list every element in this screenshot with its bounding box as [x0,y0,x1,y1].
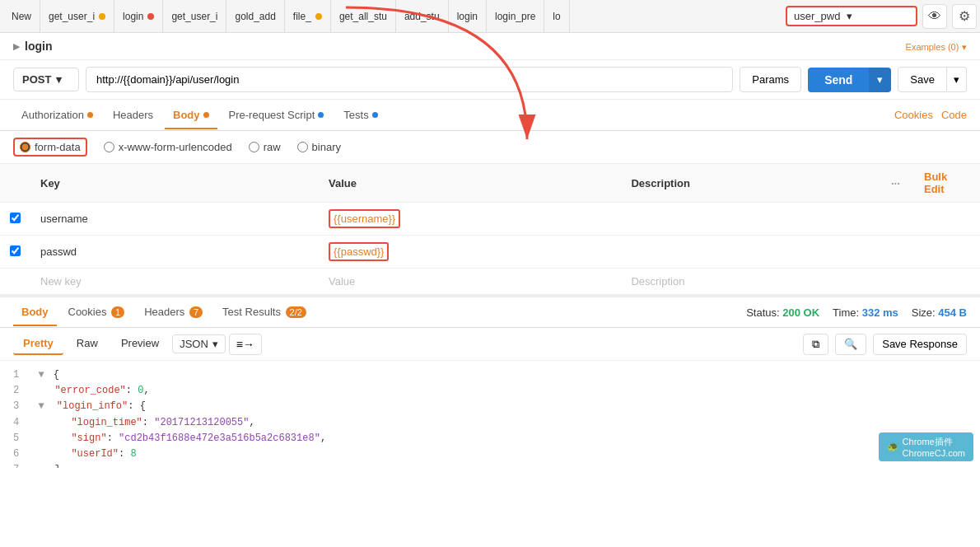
method-selector[interactable]: POST ▾ [13,68,79,91]
copy-icon: ⧉ [812,338,819,350]
urlencoded-radio[interactable] [104,142,114,152]
col-more: ··· [881,164,914,203]
code-link[interactable]: Code [941,109,967,121]
tab-login-1[interactable]: login [114,0,163,32]
new-value-cell[interactable]: Value [319,269,621,295]
urlencoded-option[interactable]: x-www-form-urlencoded [104,141,232,153]
viewer-tab-raw[interactable]: Raw [67,333,108,355]
tab-body-label: Body [173,109,200,121]
examples-link[interactable]: Examples (0) ▾ [906,40,967,53]
tab-new[interactable]: New [3,0,40,32]
binary-radio[interactable] [297,142,308,152]
send-dropdown-button[interactable]: ▾ [869,68,891,92]
tab-get-user-2[interactable]: get_user_i [163,0,226,32]
response-tabs-bar: Body Cookies 1 Headers 7 Test Results 2/… [0,295,980,328]
dropdown-icon: ▾ [847,10,852,22]
tab-label: login_pre [495,11,535,22]
watermark: 🐢 Chrome插件ChromeCJ.com [879,432,973,461]
params-button[interactable]: Params [740,67,801,92]
tab-get-user-1[interactable]: get_user_i [40,0,114,32]
preview-label: Preview [121,337,159,349]
tab-label: login [457,11,478,22]
tab-label: add_stu [404,11,440,22]
raw-radio[interactable] [249,142,259,152]
resp-tab-test-results[interactable]: Test Results 2/2 [214,299,315,326]
chevron-down-icon: ▾ [962,42,967,52]
row-checkbox[interactable] [10,245,21,256]
tab-gold-add[interactable]: gold_add [226,0,284,32]
form-data-label: form-data [35,141,81,153]
form-data-radio[interactable] [20,142,30,152]
tab-headers[interactable]: Headers [105,102,161,129]
tab-label: login [123,11,143,22]
collapse-arrow[interactable]: ▶ [13,41,20,52]
new-key-cell[interactable]: New key [30,269,319,295]
tab-login-pre[interactable]: login_pre [487,0,544,32]
row-checkbox[interactable] [10,213,21,223]
row-value-cell[interactable]: {{passwd}} [319,236,621,269]
col-key: Key [30,164,319,203]
tab-file[interactable]: file_ [285,0,331,32]
resp-tab-headers[interactable]: Headers 7 [136,299,211,326]
col-bulk-edit[interactable]: Bulk Edit [914,164,980,203]
new-desc-cell[interactable]: Description [621,269,881,295]
form-data-option[interactable]: form-data [13,138,87,157]
env-value: user_pwd [794,10,840,22]
method-label: POST [22,73,51,86]
copy-button[interactable]: ⧉ [803,334,828,355]
row-desc-cell[interactable] [621,236,881,269]
cookies-link[interactable]: Cookies [894,109,933,121]
tab-pre-request[interactable]: Pre-request Script [221,102,333,129]
tests-tab-dot [372,112,378,118]
send-group: Send ▾ [808,68,891,92]
resp-headers-label: Headers [144,306,184,318]
tab-get-all-stu[interactable]: get_all_stu [331,0,396,32]
tab-add-stu[interactable]: add_stu [396,0,449,32]
tab-label: get_all_stu [339,11,387,22]
row-key-cell[interactable]: username [30,203,319,236]
code-line: 4 "login_time": "20171213120055", [13,415,967,431]
tab-login-2[interactable]: login [449,0,487,32]
tab-dot [99,13,105,20]
col-check [0,164,30,203]
code-line: 1 ▼ { [13,367,967,383]
format-selector[interactable]: JSON ▾ [172,334,226,353]
code-line: 3 ▼ "login_info": { [13,399,967,414]
resp-body-label: Body [21,306,49,318]
send-button[interactable]: Send [808,68,869,92]
search-icon: 🔍 [844,338,857,350]
resp-cookies-label: Cookies [68,306,107,318]
row-desc-cell[interactable] [621,203,881,236]
request-tabs: Authorization Headers Body Pre-request S… [0,100,980,131]
binary-option[interactable]: binary [297,141,341,153]
code-area: 1 ▼ { 2 "error_code": 0, 3 ▼ "login_info… [0,361,980,468]
resp-tab-body[interactable]: Body [13,299,57,326]
resp-status: Status: 200 OK Time: 332 ms Size: 454 B [746,306,967,319]
eye-button[interactable]: 👁 [922,4,947,29]
size-label: Size: 454 B [912,306,967,319]
tab-label: get_user_i [171,11,217,22]
save-response-button[interactable]: Save Response [873,334,967,355]
tab-lo[interactable]: lo [544,0,569,32]
tab-authorization[interactable]: Authorization [13,102,101,129]
env-selector[interactable]: user_pwd ▾ [786,6,917,26]
row-check-cell[interactable] [0,203,30,236]
search-button[interactable]: 🔍 [835,334,866,355]
viewer-tab-pretty[interactable]: Pretty [13,333,63,355]
raw-option[interactable]: raw [249,141,281,153]
code-line: 2 "error_code": 0, [13,383,967,399]
viewer-tabs: Pretty Raw Preview JSON ▾ ≡→ ⧉ 🔍 Save Re… [0,328,980,361]
settings-button[interactable]: ⚙ [952,4,977,29]
row-value-cell[interactable]: {{username}} [319,203,621,236]
wrap-button[interactable]: ≡→ [229,334,262,355]
tab-label: file_ [293,11,311,22]
row-key-cell[interactable]: passwd [30,236,319,269]
row-check-cell[interactable] [0,236,30,269]
viewer-tab-preview[interactable]: Preview [111,333,169,355]
tab-tests[interactable]: Tests [335,102,385,129]
save-button[interactable]: Save [898,67,947,92]
tab-body[interactable]: Body [165,102,217,129]
resp-tab-cookies[interactable]: Cookies 1 [60,299,133,326]
url-input[interactable] [86,67,733,92]
save-dropdown-button[interactable]: ▾ [947,67,967,92]
